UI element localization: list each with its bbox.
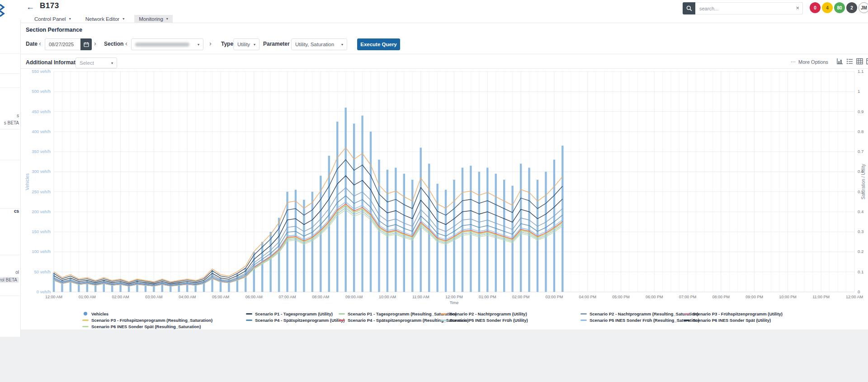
divider — [0, 23, 868, 23]
svg-text:10:00 PM: 10:00 PM — [779, 295, 797, 299]
legend-marker-icon — [684, 313, 690, 315]
legend-marker-icon — [684, 320, 690, 321]
notification-badge[interactable]: JM — [859, 2, 868, 13]
svg-text:500 veh/h: 500 veh/h — [32, 89, 51, 94]
legend-item[interactable]: Scenario P2 - Nachtprogramm (Utility) — [440, 311, 580, 316]
more-options-button[interactable]: ⋯ More Options — [791, 59, 828, 65]
legend-label: Scenario P6 INES Sonder Spät (Resulting_… — [91, 324, 201, 329]
search-input[interactable] — [695, 2, 803, 14]
tab-control-panel[interactable]: Control Panel ▾ — [30, 15, 75, 23]
legend-marker-icon — [440, 320, 447, 321]
date-prev-icon[interactable]: ‹ — [39, 40, 41, 47]
svg-text:02:00 AM: 02:00 AM — [112, 295, 129, 299]
app-window: ← B173 × 04802JM Control Panel ▾ Network… — [0, 0, 868, 382]
svg-text:12:00 AM: 12:00 AM — [846, 295, 863, 299]
type-label: Type — [221, 41, 233, 47]
legend-item[interactable]: Scenario P3 - Frühspitzenprogramm (Utili… — [684, 311, 842, 316]
svg-text:04:00 PM: 04:00 PM — [579, 295, 596, 299]
legend-item[interactable]: Scenario P1 - Tagesprogramm (Utility) — [246, 311, 339, 316]
performance-chart[interactable]: 0 veh/h50 veh/h100 veh/h150 veh/h200 veh… — [0, 69, 868, 310]
parameter-select[interactable]: Utility, Saturation ▾ — [291, 38, 347, 50]
chart-view-icon[interactable] — [836, 58, 843, 65]
svg-text:350 veh/h: 350 veh/h — [32, 149, 51, 154]
page-title: B173 — [40, 1, 59, 10]
table-view-icon[interactable] — [856, 58, 863, 65]
legend-item[interactable]: Scenario P2 - Nachtprogramm (Resulting_S… — [580, 311, 684, 316]
calendar-icon[interactable] — [80, 38, 92, 50]
legend-item[interactable]: Scenario P1 - Tagesprogramm (Resulting_S… — [339, 311, 440, 316]
svg-text:06:00 PM: 06:00 PM — [646, 295, 663, 299]
svg-text:0.8: 0.8 — [858, 129, 863, 134]
svg-text:08:00 AM: 08:00 AM — [312, 295, 329, 299]
svg-text:0.7: 0.7 — [858, 149, 863, 154]
svg-text:200 veh/h: 200 veh/h — [32, 209, 51, 214]
additional-information-placeholder: Select — [80, 60, 94, 66]
svg-text:300 veh/h: 300 veh/h — [32, 169, 51, 174]
legend-marker-icon — [84, 312, 87, 315]
legend-label: Scenario P2 - Nachtprogramm (Resulting_S… — [590, 311, 698, 316]
legend-item[interactable]: Vehicles — [82, 311, 246, 316]
svg-text:100 veh/h: 100 veh/h — [32, 249, 51, 254]
type-select[interactable]: Utility ▾ — [233, 38, 259, 50]
svg-text:01:00 PM: 01:00 PM — [479, 295, 496, 299]
section-value-redacted — [135, 43, 189, 47]
legend-item[interactable]: Scenario P6 INES Sonder Spät (Resulting_… — [82, 324, 246, 329]
list-view-icon[interactable] — [846, 58, 853, 65]
legend-item[interactable]: Scenario P6 INES Sonder Spät (Utility) — [684, 317, 842, 323]
notification-badge[interactable]: 4 — [822, 2, 833, 13]
svg-text:1: 1 — [858, 89, 860, 94]
chevron-down-icon: ▾ — [69, 17, 71, 21]
chart-view-toolbar — [836, 58, 868, 65]
svg-text:1.1: 1.1 — [858, 69, 863, 74]
svg-text:12:00 PM: 12:00 PM — [445, 295, 463, 299]
legend-marker-icon — [440, 313, 447, 315]
search-icon[interactable] — [683, 2, 695, 14]
chevron-down-icon: ▾ — [341, 43, 343, 47]
notification-badge[interactable]: 0 — [810, 2, 821, 13]
legend-item[interactable]: Scenario P3 - Frühspitzenprogramm (Resul… — [82, 317, 246, 323]
section-prev-icon[interactable]: ‹ — [125, 40, 127, 47]
legend-marker-icon — [246, 313, 252, 315]
svg-text:01:00 AM: 01:00 AM — [79, 295, 96, 299]
section-select[interactable]: ▾ — [131, 38, 203, 50]
legend-label: Scenario P4 - Spätspitzenprogramm (Utili… — [255, 318, 344, 323]
legend-label: Scenario P3 - Frühspitzenprogramm (Utili… — [693, 311, 783, 316]
grid-view-icon[interactable] — [866, 58, 868, 65]
tab-network-editor[interactable]: Network Editor ▾ — [81, 15, 129, 23]
execute-query-button[interactable]: Execute Query — [357, 38, 400, 50]
tab-monitoring[interactable]: Monitoring ▾ — [134, 15, 173, 23]
legend-label: Scenario P5 INES Sonder Früh (Utility) — [449, 318, 528, 323]
clear-search-icon[interactable]: × — [796, 5, 799, 11]
app-logo-icon — [0, 2, 6, 20]
search-bar: × — [683, 2, 803, 14]
svg-text:11:00 PM: 11:00 PM — [812, 295, 830, 299]
legend-item[interactable]: Scenario P5 INES Sonder Früh (Resulting_… — [580, 317, 684, 323]
additional-information-select[interactable]: Select ▾ — [75, 57, 117, 68]
notification-badge[interactable]: 80 — [834, 2, 845, 13]
date-input[interactable] — [45, 38, 80, 50]
svg-text:50 veh/h: 50 veh/h — [34, 269, 51, 274]
svg-text:07:00 AM: 07:00 AM — [279, 295, 296, 299]
legend-label: Scenario P1 - Tagesprogramm (Utility) — [255, 311, 333, 316]
tab-label: Control Panel — [34, 16, 66, 22]
section-next-icon[interactable]: › — [209, 40, 212, 47]
legend-item[interactable]: Scenario P4 - Spätspitzenprogramm (Resul… — [339, 317, 440, 323]
svg-text:05:00 PM: 05:00 PM — [612, 295, 630, 299]
svg-text:Vehicles: Vehicles — [25, 173, 30, 190]
back-button[interactable]: ← — [26, 2, 34, 12]
chevron-down-icon: ▾ — [254, 43, 255, 47]
date-next-icon[interactable]: › — [94, 40, 96, 47]
svg-text:0.9: 0.9 — [858, 109, 863, 114]
tab-label: Monitoring — [139, 16, 163, 22]
notification-badge[interactable]: 2 — [846, 2, 857, 13]
svg-text:0 veh/h: 0 veh/h — [37, 289, 51, 294]
svg-text:Time: Time — [450, 301, 459, 305]
svg-text:0.1: 0.1 — [858, 269, 863, 274]
svg-text:04:00 AM: 04:00 AM — [179, 295, 196, 299]
svg-text:Saturation / Utility: Saturation / Utility — [861, 164, 866, 199]
legend-item[interactable]: Scenario P4 - Spätspitzenprogramm (Utili… — [246, 317, 339, 323]
svg-text:11:00 AM: 11:00 AM — [412, 295, 429, 299]
svg-text:450 veh/h: 450 veh/h — [32, 109, 51, 114]
svg-text:150 veh/h: 150 veh/h — [32, 229, 51, 234]
legend-item[interactable]: Scenario P5 INES Sonder Früh (Utility) — [440, 317, 580, 323]
